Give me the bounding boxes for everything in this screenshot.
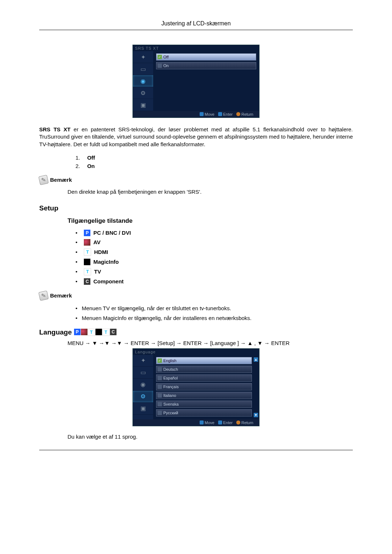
osd-body: ✦ ▭ ◉ ⚙ ▣ ✓ English ✓ Deutsch ✓ Español	[133, 355, 259, 419]
osd-row-espanol[interactable]: ✓ Español	[156, 374, 252, 382]
osd-tab-picture[interactable]: ✦	[133, 51, 153, 63]
osd-tab-setup[interactable]: ⚙	[133, 391, 153, 403]
check-icon: ✓	[158, 393, 162, 398]
mode-magicinfo: MagicInfo	[75, 259, 353, 265]
osd-srs: SRS TS XT ✦ ▭ ◉ ⚙ ▣ ✓ Off ✓ On Move	[132, 45, 260, 118]
note-label: Bemærk	[50, 177, 72, 183]
page: Justering af LCD-skærmen SRS TS XT ✦ ▭ ◉…	[0, 0, 392, 554]
badge-c-icon: C	[110, 329, 117, 335]
check-icon: ✓	[158, 411, 162, 415]
osd-row-russian[interactable]: ✓ Русский	[156, 409, 252, 416]
osd-content: ✓ Off ✓ On	[153, 51, 259, 111]
osd-footer-return: Return	[236, 420, 253, 425]
mode-label: Component	[93, 278, 123, 284]
osd-footer: Move Enter Return	[133, 111, 259, 118]
list-item-on: 2. On	[75, 163, 353, 169]
osd-body: ✦ ▭ ◉ ⚙ ▣ ✓ Off ✓ On	[133, 51, 259, 111]
off-on-list: 1. Off 2. On	[75, 155, 353, 169]
mode-label: TV	[94, 268, 101, 275]
osd-footer-move: Move	[200, 112, 215, 116]
mode-label: AV	[93, 239, 101, 245]
scroll-up-icon[interactable]: ▲	[254, 357, 258, 362]
mode-component: C Component	[75, 278, 353, 285]
check-icon: ✓	[158, 376, 162, 380]
osd-row-francais[interactable]: ✓ Français	[156, 383, 252, 390]
note-icon: ✎	[38, 175, 49, 185]
osd-tabs: ✦ ▭ ◉ ⚙ ▣	[133, 355, 153, 419]
page-title: Justering af LCD-skærmen	[39, 20, 353, 27]
setup-heading: Setup	[39, 204, 353, 212]
osd-row-label: English	[163, 358, 176, 363]
header-rule	[39, 30, 353, 30]
check-icon: ✓	[158, 55, 162, 59]
note2-list: Menuen TV er tilgængelig, når der er til…	[75, 304, 353, 322]
note-label: Bemærk	[50, 292, 72, 299]
srs-description: SRS TS XT er en patenteret SRS-teknologi…	[39, 126, 353, 148]
note-text: Den direkte knap på fjernbetjeningen er …	[68, 189, 353, 195]
mode-label: PC / BNC / DVI	[93, 230, 131, 236]
osd-row-italiano[interactable]: ✓ Italiano	[156, 392, 252, 399]
osd-language: Language ✦ ▭ ◉ ⚙ ▣ ✓ English ✓ Deutsch	[132, 348, 260, 426]
check-icon: ✓	[158, 63, 162, 68]
scroll-down-icon[interactable]: ▼	[254, 413, 258, 417]
modes-list: P PC / BNC / DVI AV T HDMI MagicInfo T T…	[75, 230, 353, 285]
check-icon: ✓	[158, 402, 162, 406]
badge-black-icon	[95, 329, 102, 335]
osd-footer: Move Enter Return	[133, 419, 259, 426]
osd-row-on[interactable]: ✓ On	[156, 62, 256, 69]
language-heading-row: Language P T T C	[39, 328, 353, 336]
osd-row-label: On	[163, 63, 169, 68]
osd-tab-setup[interactable]: ◉	[133, 75, 153, 87]
srs-rest: er en patenteret SRS-teknologi, der løse…	[39, 126, 353, 147]
mode-label: MagicInfo	[93, 259, 119, 265]
osd-title: SRS TS XT	[133, 45, 259, 51]
osd-row-off[interactable]: ✓ Off	[156, 53, 256, 61]
osd-tab-info[interactable]: ▣	[133, 99, 153, 111]
osd-scrollbar[interactable]: ▲ ▼	[254, 357, 258, 417]
osd-footer-move: Move	[200, 420, 215, 425]
language-text: Du kan vælge et af 11 sprog.	[68, 434, 353, 440]
osd-row-deutsch[interactable]: ✓ Deutsch	[156, 366, 252, 373]
mode-label: HDMI	[94, 249, 108, 255]
list-num: 1.	[75, 155, 86, 161]
badge-black-icon	[84, 259, 90, 265]
language-badges: P T T C	[74, 329, 117, 336]
osd-row-svenska[interactable]: ✓ Svenska	[156, 401, 252, 408]
osd-tab-info[interactable]: ▣	[133, 403, 153, 415]
osd-row-label: Français	[163, 385, 179, 389]
osd-tab-sound[interactable]: ▭	[133, 63, 153, 75]
note-row-2: ✎ Bemærk	[39, 291, 353, 300]
osd-tab-sound[interactable]: ▭	[133, 367, 153, 379]
badge-p-icon: P	[84, 230, 90, 236]
osd-content: ✓ English ✓ Deutsch ✓ Español ✓ Français…	[153, 355, 259, 419]
list-num: 2.	[75, 163, 86, 169]
badge-t-icon: T	[88, 329, 95, 336]
check-icon: ✓	[158, 367, 162, 372]
list-text: Menuen TV er tilgængelig, når der er til…	[82, 304, 231, 312]
language-heading: Language	[39, 328, 72, 336]
mode-pc: P PC / BNC / DVI	[75, 230, 353, 236]
note-row: ✎ Bemærk	[39, 176, 353, 184]
badge-a-icon	[81, 329, 87, 335]
osd-row-english[interactable]: ✓ English	[156, 357, 252, 364]
badge-c-icon: C	[84, 278, 90, 285]
osd-row-label: Svenska	[163, 402, 179, 406]
menu-path: MENU → ▼ →▼ →▼ → ENTER → [Setup] → ENTER…	[68, 340, 353, 346]
mode-hdmi: T HDMI	[75, 249, 353, 256]
osd-title: Language	[133, 349, 259, 355]
note-icon: ✎	[38, 291, 49, 301]
osd-footer-enter: Enter	[218, 112, 233, 116]
osd-row-label: Italiano	[163, 393, 176, 398]
modes-heading: Tilgængelige tilstande	[68, 217, 353, 225]
osd-tab-picture[interactable]: ✦	[133, 355, 153, 367]
badge-a-icon	[84, 239, 90, 246]
badge-t-icon: T	[102, 329, 110, 336]
osd-footer-enter: Enter	[218, 420, 233, 425]
list-item: Menuen TV er tilgængelig, når der er til…	[75, 304, 353, 312]
badge-t-icon: T	[84, 249, 91, 256]
osd-tab-multi[interactable]: ⚙	[133, 87, 153, 99]
osd-row-label: Off	[163, 55, 168, 59]
check-icon: ✓	[158, 358, 162, 363]
osd-row-label: Deutsch	[163, 367, 178, 372]
osd-tab-channel[interactable]: ◉	[133, 379, 153, 391]
